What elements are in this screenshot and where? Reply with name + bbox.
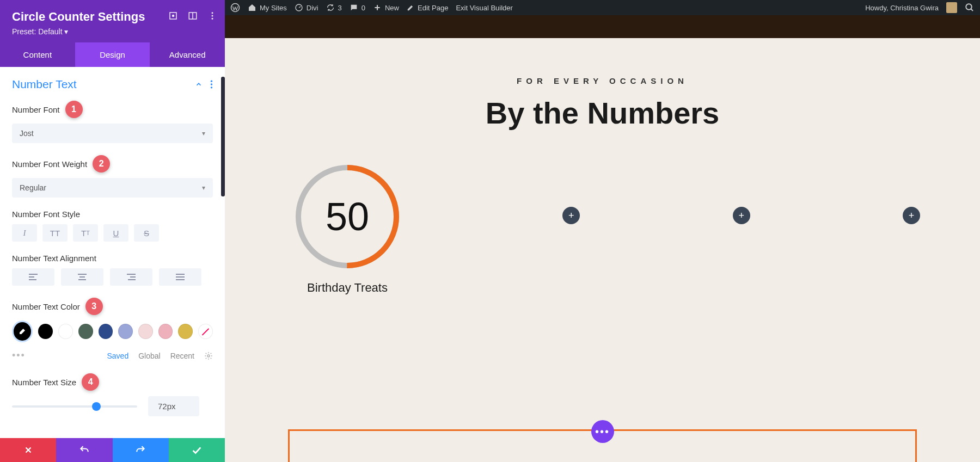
wp-comments[interactable]: 0	[350, 3, 365, 12]
save-button[interactable]	[169, 438, 225, 462]
tab-content[interactable]: Content	[0, 42, 75, 67]
select-caret-icon: ▾	[202, 184, 205, 192]
number-text-align-label: Number Text Alignment	[12, 254, 213, 263]
size-input[interactable]: 72px	[148, 396, 199, 416]
page-hero-strip	[225, 15, 980, 38]
wp-howdy[interactable]: Howdy, Christina Gwira	[865, 4, 939, 12]
section-kebab-icon[interactable]	[210, 79, 213, 89]
section-headline: By the Numbers	[258, 95, 947, 131]
style-uppercase-button[interactable]: TT	[42, 224, 68, 242]
sidebar-header: Circle Counter Settings Preset: Default …	[0, 0, 225, 42]
color-picker-button[interactable]	[12, 321, 33, 342]
badge-4: 4	[82, 373, 99, 391]
svg-point-7	[211, 81, 212, 82]
size-slider[interactable]	[12, 405, 137, 408]
style-strike-button[interactable]: S	[134, 224, 159, 242]
gear-icon[interactable]	[204, 352, 213, 360]
builder-canvas: FOR EVERY OCCASION By the Numbers 50 Bir…	[225, 38, 980, 462]
swatch-gold[interactable]	[178, 324, 193, 339]
svg-point-17	[966, 4, 972, 10]
cancel-button[interactable]	[0, 438, 56, 462]
number-font-label: Number Font 1	[12, 101, 213, 118]
circle-counter-module[interactable]: 50 Birthday Treats	[285, 163, 410, 295]
svg-point-10	[207, 355, 210, 357]
wp-edit-page[interactable]: Edit Page	[407, 4, 448, 12]
section-title-label: Number Text	[12, 78, 77, 91]
color-tab-saved[interactable]: Saved	[107, 352, 128, 360]
undo-button[interactable]	[56, 438, 112, 462]
counter-caption: Birthday Treats	[307, 281, 388, 295]
settings-tabs: Content Design Advanced	[0, 42, 225, 67]
refresh-icon	[326, 3, 335, 12]
add-module-button[interactable]: +	[903, 207, 920, 224]
style-smallcaps-button[interactable]: TT	[73, 224, 98, 242]
style-italic-button[interactable]: I	[12, 224, 37, 242]
style-underline-button[interactable]: U	[103, 224, 128, 242]
counter-number: 50	[294, 163, 401, 270]
swatch-black[interactable]	[38, 324, 53, 339]
size-slider-thumb[interactable]	[92, 402, 101, 411]
search-icon[interactable]	[965, 3, 975, 13]
align-right-button[interactable]	[110, 268, 152, 286]
badge-1: 1	[65, 101, 83, 118]
pencil-icon	[407, 4, 414, 11]
redo-button[interactable]	[113, 438, 169, 462]
select-caret-icon: ▾	[202, 130, 205, 137]
swatch-green[interactable]	[78, 324, 93, 339]
swatch-blush[interactable]	[138, 324, 153, 339]
align-justify-button[interactable]	[159, 268, 201, 286]
svg-point-9	[211, 87, 212, 88]
add-module-button[interactable]: +	[562, 207, 580, 224]
number-text-color-label: Number Text Color 3	[12, 298, 213, 315]
section-subhead: FOR EVERY OCCASION	[258, 76, 947, 85]
chevron-up-icon[interactable]	[195, 81, 203, 88]
number-font-select[interactable]: Jost ▾	[12, 124, 213, 143]
swatch-lavender[interactable]	[118, 324, 133, 339]
house-icon	[248, 3, 256, 12]
expand-icon[interactable]	[168, 11, 178, 21]
number-font-weight-select[interactable]: Regular ▾	[12, 178, 213, 198]
badge-3: 3	[85, 298, 103, 315]
tab-design[interactable]: Design	[75, 42, 150, 67]
wp-exit-builder[interactable]: Exit Visual Builder	[456, 4, 513, 12]
swatch-navy[interactable]	[99, 324, 113, 339]
add-module-button[interactable]: +	[733, 207, 750, 224]
number-font-weight-label: Number Font Weight 2	[12, 155, 213, 173]
section-number-text[interactable]: Number Text	[12, 78, 213, 91]
undo-icon	[79, 445, 90, 455]
number-font-style-label: Number Font Style	[12, 210, 213, 219]
svg-point-4	[212, 12, 213, 14]
wp-my-sites[interactable]: My Sites	[248, 3, 287, 12]
color-more-icon[interactable]: •••	[12, 350, 26, 361]
color-tab-global[interactable]: Global	[138, 352, 160, 360]
tab-advanced[interactable]: Advanced	[150, 42, 225, 67]
swatch-none[interactable]	[198, 324, 213, 339]
wp-new[interactable]: New	[373, 3, 399, 12]
preset-dropdown[interactable]: Preset: Default ▾	[12, 27, 213, 36]
avatar[interactable]	[946, 2, 957, 13]
counters-row: 50 Birthday Treats + + +	[258, 163, 947, 295]
wp-site-divi[interactable]: Divi	[295, 3, 318, 12]
panel-scrollbar[interactable]	[221, 77, 225, 196]
color-swatches	[12, 321, 213, 342]
align-left-button[interactable]	[12, 268, 54, 286]
check-icon	[191, 444, 203, 456]
wp-updates[interactable]: 3	[326, 3, 342, 12]
number-text-size-label: Number Text Size 4	[12, 373, 213, 391]
section-outline[interactable]: •••	[288, 429, 917, 462]
align-center-button[interactable]	[61, 268, 103, 286]
svg-line-18	[971, 9, 973, 11]
swatch-pink[interactable]	[158, 324, 173, 339]
settings-sidebar: Circle Counter Settings Preset: Default …	[0, 0, 225, 462]
section-settings-handle[interactable]: •••	[591, 420, 614, 443]
kebab-icon[interactable]	[207, 11, 217, 21]
badge-2: 2	[93, 155, 110, 173]
wp-admin-bar: My Sites Divi 3 0 New Edit Page Exit Vis…	[225, 0, 980, 15]
color-tab-recent[interactable]: Recent	[170, 352, 194, 360]
wordpress-icon[interactable]	[230, 3, 240, 13]
svg-point-1	[173, 15, 174, 17]
columns-icon[interactable]	[188, 11, 198, 21]
svg-point-8	[211, 83, 212, 85]
swatch-white[interactable]	[58, 324, 73, 339]
eyedropper-icon	[17, 326, 28, 337]
